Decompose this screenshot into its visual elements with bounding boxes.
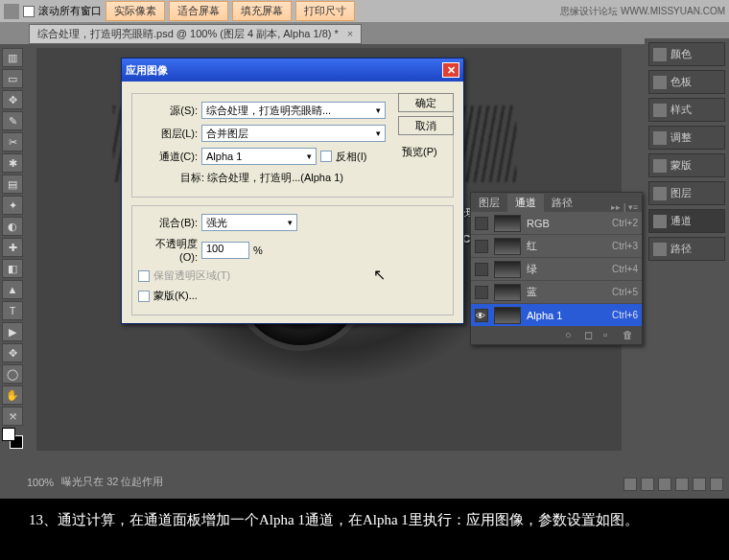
save-selection-icon[interactable]: ◻ — [584, 329, 598, 342]
right-panel-column: 颜色色板样式调整蒙版图层通道路径 — [645, 38, 729, 265]
panel-样式[interactable]: 样式 — [648, 98, 725, 122]
tab-layers[interactable]: 图层 — [471, 194, 507, 212]
target-label: 目标: 综合处理，打造明...(Alpha 1) — [180, 171, 343, 185]
visibility-toggle[interactable] — [475, 263, 488, 276]
tool-14[interactable]: ✥ — [2, 343, 23, 362]
tab-channels[interactable]: 通道 — [507, 194, 544, 212]
panel-蒙版[interactable]: 蒙版 — [648, 153, 725, 177]
source-select[interactable]: 综合处理，打造明亮眼睛...▾ — [201, 102, 386, 119]
visibility-toggle[interactable] — [475, 240, 488, 253]
color-swatch[interactable] — [2, 428, 23, 449]
close-icon[interactable]: × — [347, 28, 353, 39]
dialog-titlebar[interactable]: 应用图像 ✕ — [122, 58, 463, 82]
visibility-toggle[interactable] — [475, 217, 488, 230]
tool-icon — [4, 4, 19, 19]
channel-name: 绿 — [527, 262, 606, 276]
channel-shortcut: Ctrl+6 — [612, 310, 638, 320]
tool-3[interactable]: ✎ — [2, 111, 23, 130]
preview-label: 预览(P) — [402, 145, 437, 159]
channel-row[interactable]: Alpha 1Ctrl+6 — [471, 304, 642, 327]
tool-9[interactable]: ✚ — [2, 238, 23, 257]
channel-name: 蓝 — [527, 285, 606, 299]
close-button[interactable]: ✕ — [442, 62, 459, 78]
channel-shortcut: Ctrl+5 — [612, 287, 638, 297]
channels-panel: 图层 通道 路径 ▸▸ | ▾≡ RGBCtrl+2红Ctrl+3绿Ctrl+4… — [470, 192, 643, 345]
status-icons — [623, 478, 723, 491]
status-bar: 100% 曝光只在 32 位起作用 — [27, 475, 164, 489]
opacity-input[interactable]: 100 — [201, 242, 249, 259]
invert-label: 反相(I) — [336, 150, 366, 164]
opacity-unit: % — [253, 245, 263, 256]
tab-paths[interactable]: 路径 — [544, 194, 580, 212]
new-channel-icon[interactable]: ▫ — [603, 329, 617, 342]
layer-label: 图层(L): — [138, 127, 198, 141]
channel-row[interactable]: 绿Ctrl+4 — [471, 258, 642, 281]
channel-shortcut: Ctrl+3 — [612, 241, 638, 251]
invert-checkbox[interactable] — [320, 151, 332, 162]
panel-通道[interactable]: 通道 — [648, 209, 725, 233]
channel-name: 红 — [527, 239, 606, 253]
tool-1[interactable]: ▭ — [2, 69, 23, 88]
ok-button[interactable]: 确定 — [398, 93, 454, 112]
tool-5[interactable]: ✱ — [2, 153, 23, 173]
tool-11[interactable]: ▲ — [2, 280, 23, 299]
cancel-button[interactable]: 取消 — [398, 116, 454, 135]
visibility-toggle[interactable] — [475, 309, 488, 322]
zoom-level[interactable]: 100% — [27, 477, 54, 488]
channel-thumb — [494, 261, 521, 278]
tool-8[interactable]: ◐ — [2, 217, 23, 236]
btn-actual-pixels[interactable]: 实际像素 — [106, 1, 165, 21]
mask-checkbox[interactable] — [138, 291, 150, 302]
mask-label: 蒙版(K)... — [153, 289, 198, 303]
delete-channel-icon[interactable]: 🗑 — [623, 329, 636, 342]
blend-label: 混合(B): — [138, 216, 198, 230]
btn-fit-screen[interactable]: 适合屏幕 — [169, 1, 228, 21]
panel-menu-icon[interactable]: ▸▸ | ▾≡ — [611, 202, 642, 212]
visibility-toggle[interactable] — [475, 286, 488, 299]
load-selection-icon[interactable]: ○ — [565, 329, 578, 342]
panel-调整[interactable]: 调整 — [648, 126, 725, 150]
panel-图层[interactable]: 图层 — [648, 181, 725, 205]
tool-10[interactable]: ◧ — [2, 259, 23, 278]
blend-select[interactable]: 强光▾ — [201, 214, 297, 231]
layer-select[interactable]: 合并图层▾ — [201, 125, 386, 142]
channel-shortcut: Ctrl+2 — [612, 218, 638, 228]
scroll-checkbox[interactable] — [23, 6, 35, 17]
document-tab[interactable]: 综合处理，打造明亮眼睛.psd @ 100% (图层 4 副本, Alpha 1… — [29, 24, 362, 44]
preserve-checkbox — [138, 270, 150, 282]
panel-footer: ○ ◻ ▫ 🗑 — [471, 327, 642, 344]
channel-name: RGB — [527, 218, 606, 229]
tool-15[interactable]: ◯ — [2, 364, 23, 384]
panel-颜色[interactable]: 颜色 — [648, 42, 725, 66]
panel-tabs: 图层 通道 路径 ▸▸ | ▾≡ — [471, 193, 642, 212]
panel-路径[interactable]: 路径 — [648, 237, 725, 261]
btn-print-size[interactable]: 打印尺寸 — [295, 1, 355, 21]
channel-row[interactable]: 蓝Ctrl+5 — [471, 281, 642, 304]
tool-16[interactable]: ✋ — [2, 385, 23, 405]
channel-select[interactable]: Alpha 1▾ — [201, 148, 317, 165]
scroll-label: 滚动所有窗口 — [38, 4, 102, 18]
channel-name: Alpha 1 — [527, 310, 606, 321]
channel-thumb — [494, 238, 521, 255]
channel-thumb — [494, 284, 521, 301]
dialog-title: 应用图像 — [126, 63, 168, 78]
channel-row[interactable]: 红Ctrl+3 — [471, 235, 642, 258]
status-note: 曝光只在 32 位起作用 — [61, 475, 163, 489]
channel-list: RGBCtrl+2红Ctrl+3绿Ctrl+4蓝Ctrl+5Alpha 1Ctr… — [471, 212, 642, 327]
tool-0[interactable]: ▥ — [2, 48, 23, 67]
credit-text: 思缘设计论坛 WWW.MISSYUAN.COM — [560, 5, 725, 18]
channel-thumb — [494, 307, 521, 324]
tool-2[interactable]: ✥ — [2, 90, 23, 109]
opacity-label: 不透明度(O): — [138, 237, 198, 263]
tool-13[interactable]: ▶ — [2, 322, 23, 341]
channel-row[interactable]: RGBCtrl+2 — [471, 212, 642, 235]
tool-4[interactable]: ✂ — [2, 132, 23, 152]
tool-6[interactable]: ▤ — [2, 175, 23, 194]
panel-色板[interactable]: 色板 — [648, 70, 725, 94]
source-label: 源(S): — [138, 104, 198, 118]
options-bar: 滚动所有窗口 实际像素 适合屏幕 填充屏幕 打印尺寸 思缘设计论坛 WWW.MI… — [0, 0, 729, 23]
tool-17[interactable]: ⤧ — [2, 407, 23, 426]
tool-7[interactable]: ✦ — [2, 196, 23, 215]
btn-fill-screen[interactable]: 填充屏幕 — [232, 1, 292, 21]
tool-12[interactable]: T — [2, 301, 23, 320]
